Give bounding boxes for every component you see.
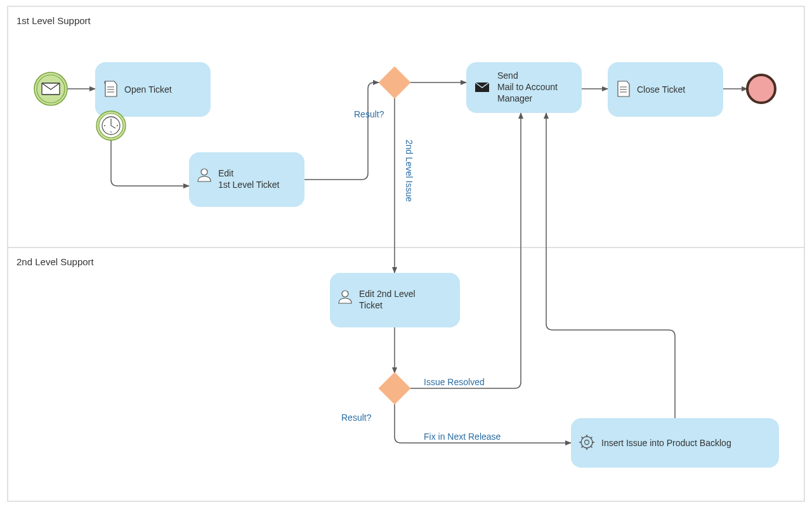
bpmn-diagram: 1st Level Support 2nd Level Support Resu… [0,0,812,507]
lane-title-1: 1st Level Support [16,15,91,26]
task-edit-2nd-l1: Edit 2nd Level [359,289,416,299]
task-insert-backlog[interactable]: Insert Issue into Product Backlog [571,418,779,468]
task-open-ticket-label: Open Ticket [124,84,172,95]
flow-label-issue-resolved: Issue Resolved [424,377,485,387]
task-send-mail-l1: Send [497,70,518,81]
task-close-ticket[interactable]: Close Ticket [608,62,723,117]
flow-label-2nd-level: 2nd Level Issue [404,140,414,202]
clock-icon [102,117,120,135]
gateway-result-1[interactable] [379,67,411,99]
lane-title-2: 2nd Level Support [16,256,95,267]
gateway1-label: Result? [354,109,384,119]
svg-point-31 [747,75,775,103]
task-edit-1st-label2: 1st Level Ticket [218,180,280,190]
flow-label-fix-next-release: Fix in Next Release [424,431,501,442]
document-icon [105,81,117,96]
svg-point-23 [201,169,207,175]
gateway-result-2[interactable] [379,372,411,405]
task-send-mail-l3: Manager [497,93,533,103]
svg-rect-34 [379,372,411,405]
start-event[interactable] [34,72,67,105]
task-edit-2nd-l2: Ticket [359,300,383,310]
envelope-filled-icon [475,82,489,92]
timer-boundary-event[interactable] [96,111,126,140]
svg-rect-24 [379,67,411,99]
task-send-mail-l2: Mail to Account [497,82,558,92]
task-insert-backlog-label: Insert Issue into Product Backlog [601,438,731,448]
task-send-mail[interactable]: Send Mail to Account Manager [466,62,582,113]
envelope-icon [42,83,60,95]
task-edit-1st-label1: Edit [218,168,233,178]
end-event[interactable] [747,75,775,103]
task-edit-2nd[interactable]: Edit 2nd Level Ticket [330,273,460,327]
task-close-ticket-label: Close Ticket [637,84,685,95]
document-icon [618,81,629,96]
svg-point-33 [342,291,348,297]
gateway2-label: Result? [341,412,372,423]
task-open-ticket[interactable]: Open Ticket [95,62,211,117]
task-edit-1st[interactable]: Edit 1st Level Ticket [189,152,304,207]
